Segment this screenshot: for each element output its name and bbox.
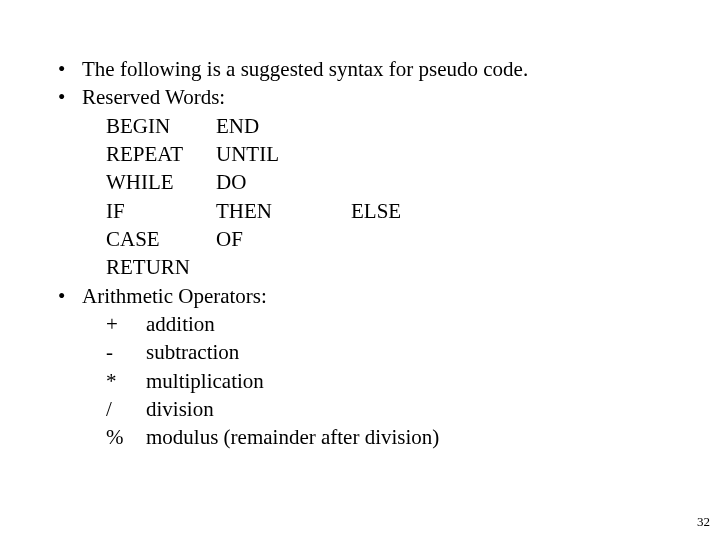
arithmetic-operators-heading: Arithmetic Operators: <box>82 284 267 308</box>
reserved-row-2: REPEATUNTIL <box>82 140 720 168</box>
reserved-end: END <box>216 114 259 138</box>
op-slash-desc: division <box>146 397 214 421</box>
bullet-arithmetic-operators: Arithmetic Operators: +addition -subtrac… <box>58 282 720 452</box>
reserved-repeat: REPEAT <box>106 140 216 168</box>
op-row-1: +addition <box>82 310 720 338</box>
bullet-list: The following is a suggested syntax for … <box>0 55 720 452</box>
op-percent: % <box>106 423 146 451</box>
page-number: 32 <box>697 514 710 530</box>
reserved-while: WHILE <box>106 168 216 196</box>
op-row-2: -subtraction <box>82 338 720 366</box>
op-star: * <box>106 367 146 395</box>
op-star-desc: multiplication <box>146 369 264 393</box>
reserved-do: DO <box>216 170 246 194</box>
reserved-else: ELSE <box>351 199 401 223</box>
reserved-row-4: IFTHENELSE <box>82 197 720 225</box>
reserved-until: UNTIL <box>216 142 279 166</box>
reserved-then: THEN <box>216 197 351 225</box>
op-row-5: %modulus (remainder after division) <box>82 423 720 451</box>
reserved-row-3: WHILEDO <box>82 168 720 196</box>
op-slash: / <box>106 395 146 423</box>
op-row-4: /division <box>82 395 720 423</box>
reserved-begin: BEGIN <box>106 112 216 140</box>
op-plus: + <box>106 310 146 338</box>
bullet-intro: The following is a suggested syntax for … <box>58 55 720 83</box>
reserved-row-5: CASEOF <box>82 225 720 253</box>
reserved-words-heading: Reserved Words: <box>82 85 225 109</box>
reserved-return: RETURN <box>106 255 190 279</box>
reserved-row-6: RETURN <box>82 253 720 281</box>
reserved-of: OF <box>216 227 243 251</box>
op-plus-desc: addition <box>146 312 215 336</box>
op-minus: - <box>106 338 146 366</box>
reserved-row-1: BEGINEND <box>82 112 720 140</box>
slide: The following is a suggested syntax for … <box>0 0 720 540</box>
bullet-reserved-words: Reserved Words: BEGINEND REPEATUNTIL WHI… <box>58 83 720 281</box>
reserved-if: IF <box>106 197 216 225</box>
op-minus-desc: subtraction <box>146 340 239 364</box>
op-row-3: *multiplication <box>82 367 720 395</box>
reserved-case: CASE <box>106 225 216 253</box>
op-percent-desc: modulus (remainder after division) <box>146 425 439 449</box>
